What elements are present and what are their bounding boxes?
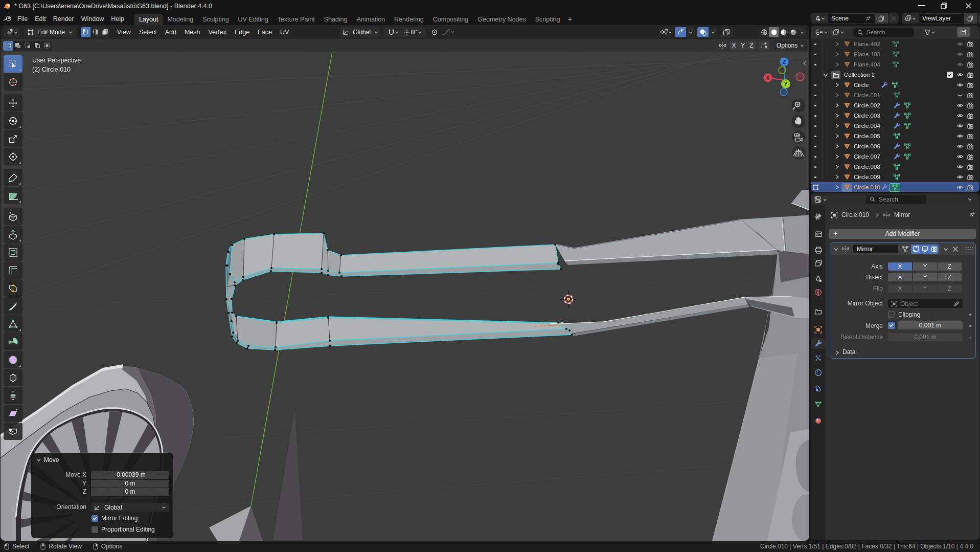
svg-text:Z: Z [783, 59, 786, 65]
svg-text:Y: Y [784, 81, 788, 87]
svg-text:X: X [766, 75, 770, 81]
